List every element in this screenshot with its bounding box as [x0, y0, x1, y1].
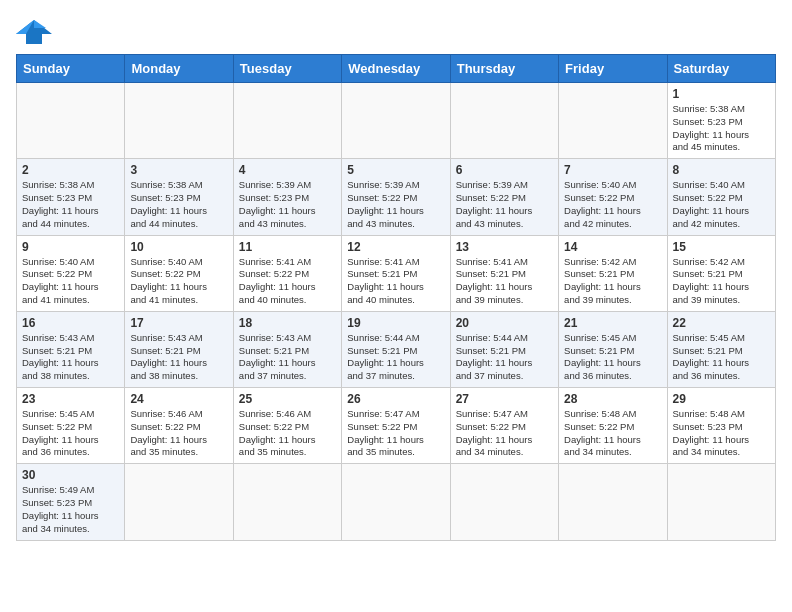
logo	[16, 16, 56, 46]
day-number: 24	[130, 392, 227, 406]
weekday-header: Monday	[125, 55, 233, 83]
calendar-cell: 23Sunrise: 5:45 AM Sunset: 5:22 PM Dayli…	[17, 388, 125, 464]
calendar-cell: 12Sunrise: 5:41 AM Sunset: 5:21 PM Dayli…	[342, 235, 450, 311]
day-number: 2	[22, 163, 119, 177]
day-info: Sunrise: 5:39 AM Sunset: 5:23 PM Dayligh…	[239, 179, 336, 230]
weekday-header: Friday	[559, 55, 667, 83]
calendar-cell	[17, 83, 125, 159]
day-number: 4	[239, 163, 336, 177]
calendar-cell: 4Sunrise: 5:39 AM Sunset: 5:23 PM Daylig…	[233, 159, 341, 235]
day-info: Sunrise: 5:46 AM Sunset: 5:22 PM Dayligh…	[130, 408, 227, 459]
calendar-cell	[342, 83, 450, 159]
calendar-week-row: 9Sunrise: 5:40 AM Sunset: 5:22 PM Daylig…	[17, 235, 776, 311]
calendar-cell	[233, 464, 341, 540]
day-info: Sunrise: 5:43 AM Sunset: 5:21 PM Dayligh…	[239, 332, 336, 383]
calendar-week-row: 30Sunrise: 5:49 AM Sunset: 5:23 PM Dayli…	[17, 464, 776, 540]
day-number: 23	[22, 392, 119, 406]
calendar-cell: 19Sunrise: 5:44 AM Sunset: 5:21 PM Dayli…	[342, 311, 450, 387]
calendar-cell: 7Sunrise: 5:40 AM Sunset: 5:22 PM Daylig…	[559, 159, 667, 235]
day-info: Sunrise: 5:45 AM Sunset: 5:21 PM Dayligh…	[673, 332, 770, 383]
day-number: 18	[239, 316, 336, 330]
day-info: Sunrise: 5:47 AM Sunset: 5:22 PM Dayligh…	[347, 408, 444, 459]
day-number: 12	[347, 240, 444, 254]
calendar-week-row: 16Sunrise: 5:43 AM Sunset: 5:21 PM Dayli…	[17, 311, 776, 387]
day-number: 21	[564, 316, 661, 330]
calendar-cell: 16Sunrise: 5:43 AM Sunset: 5:21 PM Dayli…	[17, 311, 125, 387]
calendar-cell	[233, 83, 341, 159]
calendar-cell: 3Sunrise: 5:38 AM Sunset: 5:23 PM Daylig…	[125, 159, 233, 235]
day-info: Sunrise: 5:44 AM Sunset: 5:21 PM Dayligh…	[456, 332, 553, 383]
day-number: 6	[456, 163, 553, 177]
calendar-cell: 24Sunrise: 5:46 AM Sunset: 5:22 PM Dayli…	[125, 388, 233, 464]
day-number: 15	[673, 240, 770, 254]
calendar-cell	[342, 464, 450, 540]
day-info: Sunrise: 5:48 AM Sunset: 5:22 PM Dayligh…	[564, 408, 661, 459]
calendar-cell	[450, 464, 558, 540]
weekday-header: Thursday	[450, 55, 558, 83]
day-number: 27	[456, 392, 553, 406]
day-info: Sunrise: 5:40 AM Sunset: 5:22 PM Dayligh…	[22, 256, 119, 307]
calendar-week-row: 2Sunrise: 5:38 AM Sunset: 5:23 PM Daylig…	[17, 159, 776, 235]
calendar-cell: 28Sunrise: 5:48 AM Sunset: 5:22 PM Dayli…	[559, 388, 667, 464]
logo-icon	[16, 16, 52, 46]
calendar-cell: 18Sunrise: 5:43 AM Sunset: 5:21 PM Dayli…	[233, 311, 341, 387]
calendar-cell	[125, 464, 233, 540]
calendar-cell	[125, 83, 233, 159]
calendar-cell: 5Sunrise: 5:39 AM Sunset: 5:22 PM Daylig…	[342, 159, 450, 235]
calendar-cell: 25Sunrise: 5:46 AM Sunset: 5:22 PM Dayli…	[233, 388, 341, 464]
weekday-header: Tuesday	[233, 55, 341, 83]
calendar-cell: 6Sunrise: 5:39 AM Sunset: 5:22 PM Daylig…	[450, 159, 558, 235]
calendar-cell: 13Sunrise: 5:41 AM Sunset: 5:21 PM Dayli…	[450, 235, 558, 311]
calendar-cell: 29Sunrise: 5:48 AM Sunset: 5:23 PM Dayli…	[667, 388, 775, 464]
weekday-header: Sunday	[17, 55, 125, 83]
day-info: Sunrise: 5:39 AM Sunset: 5:22 PM Dayligh…	[456, 179, 553, 230]
day-info: Sunrise: 5:42 AM Sunset: 5:21 PM Dayligh…	[564, 256, 661, 307]
day-info: Sunrise: 5:48 AM Sunset: 5:23 PM Dayligh…	[673, 408, 770, 459]
day-info: Sunrise: 5:41 AM Sunset: 5:22 PM Dayligh…	[239, 256, 336, 307]
calendar-cell	[559, 83, 667, 159]
calendar-cell: 20Sunrise: 5:44 AM Sunset: 5:21 PM Dayli…	[450, 311, 558, 387]
day-number: 13	[456, 240, 553, 254]
day-number: 29	[673, 392, 770, 406]
calendar-cell: 22Sunrise: 5:45 AM Sunset: 5:21 PM Dayli…	[667, 311, 775, 387]
day-number: 11	[239, 240, 336, 254]
day-number: 28	[564, 392, 661, 406]
day-info: Sunrise: 5:41 AM Sunset: 5:21 PM Dayligh…	[456, 256, 553, 307]
day-number: 3	[130, 163, 227, 177]
day-number: 22	[673, 316, 770, 330]
calendar-cell: 9Sunrise: 5:40 AM Sunset: 5:22 PM Daylig…	[17, 235, 125, 311]
calendar-week-row: 23Sunrise: 5:45 AM Sunset: 5:22 PM Dayli…	[17, 388, 776, 464]
calendar-cell: 1Sunrise: 5:38 AM Sunset: 5:23 PM Daylig…	[667, 83, 775, 159]
day-info: Sunrise: 5:47 AM Sunset: 5:22 PM Dayligh…	[456, 408, 553, 459]
day-info: Sunrise: 5:49 AM Sunset: 5:23 PM Dayligh…	[22, 484, 119, 535]
day-info: Sunrise: 5:38 AM Sunset: 5:23 PM Dayligh…	[130, 179, 227, 230]
svg-marker-1	[34, 20, 46, 28]
calendar-header-row: SundayMondayTuesdayWednesdayThursdayFrid…	[17, 55, 776, 83]
calendar-cell	[559, 464, 667, 540]
calendar-cell: 15Sunrise: 5:42 AM Sunset: 5:21 PM Dayli…	[667, 235, 775, 311]
day-number: 20	[456, 316, 553, 330]
calendar-cell: 10Sunrise: 5:40 AM Sunset: 5:22 PM Dayli…	[125, 235, 233, 311]
day-info: Sunrise: 5:41 AM Sunset: 5:21 PM Dayligh…	[347, 256, 444, 307]
calendar-cell: 8Sunrise: 5:40 AM Sunset: 5:22 PM Daylig…	[667, 159, 775, 235]
day-number: 1	[673, 87, 770, 101]
day-info: Sunrise: 5:38 AM Sunset: 5:23 PM Dayligh…	[22, 179, 119, 230]
calendar-cell: 14Sunrise: 5:42 AM Sunset: 5:21 PM Dayli…	[559, 235, 667, 311]
day-number: 26	[347, 392, 444, 406]
day-number: 14	[564, 240, 661, 254]
day-info: Sunrise: 5:38 AM Sunset: 5:23 PM Dayligh…	[673, 103, 770, 154]
calendar-cell: 2Sunrise: 5:38 AM Sunset: 5:23 PM Daylig…	[17, 159, 125, 235]
calendar-cell	[667, 464, 775, 540]
day-info: Sunrise: 5:45 AM Sunset: 5:22 PM Dayligh…	[22, 408, 119, 459]
calendar-cell: 30Sunrise: 5:49 AM Sunset: 5:23 PM Dayli…	[17, 464, 125, 540]
page-header	[16, 16, 776, 46]
day-info: Sunrise: 5:40 AM Sunset: 5:22 PM Dayligh…	[564, 179, 661, 230]
calendar-cell: 26Sunrise: 5:47 AM Sunset: 5:22 PM Dayli…	[342, 388, 450, 464]
day-number: 8	[673, 163, 770, 177]
weekday-header: Wednesday	[342, 55, 450, 83]
day-number: 25	[239, 392, 336, 406]
calendar-cell: 17Sunrise: 5:43 AM Sunset: 5:21 PM Dayli…	[125, 311, 233, 387]
day-number: 16	[22, 316, 119, 330]
calendar-cell: 27Sunrise: 5:47 AM Sunset: 5:22 PM Dayli…	[450, 388, 558, 464]
day-number: 17	[130, 316, 227, 330]
